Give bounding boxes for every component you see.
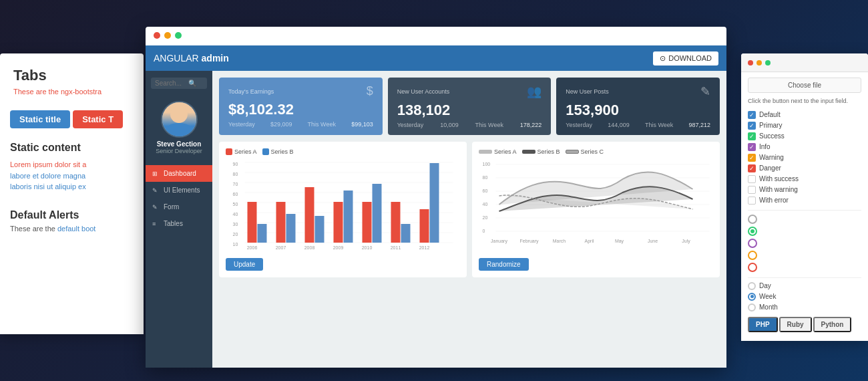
- stat-earnings-label: Today's Earnings: [228, 88, 274, 95]
- line-chart-svg: 100 80 60 40 20 0: [479, 159, 713, 253]
- static-title-tab[interactable]: Static title: [10, 110, 70, 128]
- legend-line-label-a: Series A: [494, 148, 517, 155]
- svg-text:40: 40: [483, 202, 488, 207]
- svg-text:2010: 2010: [362, 245, 373, 250]
- search-input[interactable]: [155, 80, 188, 87]
- stat-accounts-label: New User Accounts: [397, 88, 450, 95]
- checkbox-info[interactable]: ✓ Info: [748, 143, 861, 151]
- checkbox-label-with-error: With error: [759, 197, 789, 204]
- svg-rect-21: [276, 202, 286, 243]
- legend-dot-b: [262, 148, 269, 155]
- svg-text:90: 90: [233, 162, 238, 166]
- sidebar-item-label: UI Elements: [164, 186, 200, 194]
- content-area: Today's Earnings $ $8,102.32 Yesterday $…: [212, 71, 726, 368]
- svg-rect-27: [334, 202, 343, 243]
- download-button[interactable]: ⊙ DOWNLOAD: [653, 51, 718, 66]
- legend-series-a: Series A: [226, 148, 257, 155]
- stat-accounts-value: 138,102: [397, 102, 542, 119]
- sidebar-item-tables[interactable]: ≡ Tables: [146, 215, 212, 232]
- svg-rect-25: [315, 216, 324, 243]
- legend-line-dot-c: [566, 150, 579, 154]
- sidebar-item-dashboard[interactable]: ⊞ Dashboard: [146, 165, 212, 182]
- checkbox-danger[interactable]: ✓ Danger: [748, 164, 861, 172]
- radio-day[interactable]: Day: [748, 282, 861, 290]
- svg-rect-18: [248, 202, 257, 243]
- ui-icon: ✎: [152, 187, 160, 194]
- svg-text:20: 20: [483, 215, 488, 220]
- tabs-row: Static title Static T: [0, 104, 144, 135]
- radio-btn-month: [748, 303, 756, 311]
- checkbox-primary[interactable]: ✓ Primary: [748, 122, 861, 130]
- divider2: [748, 277, 861, 278]
- svg-text:May: May: [615, 239, 624, 244]
- stat-card-earnings: Today's Earnings $ $8,102.32 Yesterday $…: [219, 78, 383, 135]
- svg-text:2006: 2006: [247, 245, 258, 250]
- circle-purple: [748, 239, 757, 248]
- default-alerts-title: Default Alerts: [10, 209, 134, 221]
- svg-rect-37: [430, 163, 439, 243]
- circle-group: [748, 215, 861, 272]
- left-panel: Tabs These are the ngx-bootstra Static t…: [0, 53, 144, 334]
- stat-earnings-value: $8,102.32: [228, 101, 373, 118]
- dashboard-body: 🔍 Steve Gection Senior Developer ⊞ Dashb…: [146, 71, 726, 368]
- stat-card-posts: New User Posts ✎ 153,900 Yesterday 144,0…: [556, 78, 720, 135]
- checkbox-label-warning: Warning: [759, 154, 784, 161]
- maximize-dot: [175, 32, 182, 39]
- svg-rect-34: [401, 224, 411, 243]
- static-content-text: Lorem ipsum dolor sit a labore et dolore…: [10, 159, 134, 193]
- stat-week-label: This Week: [645, 122, 673, 128]
- checkbox-with-warning[interactable]: With warning: [748, 186, 861, 194]
- checkbox-with-success[interactable]: With success: [748, 175, 861, 183]
- close-dot: [154, 32, 160, 39]
- checkbox-warning[interactable]: ✓ Warning: [748, 154, 861, 162]
- choose-file-button[interactable]: Choose file: [748, 78, 861, 93]
- checkbox-icon-with-error: [748, 197, 756, 205]
- user-role: Senior Developer: [146, 148, 212, 154]
- svg-text:10: 10: [233, 242, 238, 247]
- svg-text:2009: 2009: [333, 245, 344, 250]
- radio-month[interactable]: Month: [748, 303, 861, 311]
- right-close-dot: [748, 60, 753, 66]
- search-icon: 🔍: [188, 80, 196, 87]
- svg-rect-33: [391, 202, 401, 243]
- sidebar-nav: ⊞ Dashboard ✎ UI Elements ✎ Form ≡ Table…: [146, 165, 212, 232]
- sidebar-item-ui-elements[interactable]: ✎ UI Elements: [146, 182, 212, 199]
- static-t-tab[interactable]: Static T: [73, 110, 123, 128]
- checkbox-icon-primary: ✓: [748, 122, 756, 130]
- legend-label-a: Series A: [234, 148, 257, 155]
- update-button[interactable]: Update: [226, 258, 263, 271]
- checkbox-default[interactable]: ✓ Default: [748, 111, 861, 119]
- tabs-title: Tabs: [13, 67, 130, 84]
- line-chart-card: Series A Series B Series C: [472, 142, 720, 277]
- tab-ruby[interactable]: Ruby: [779, 317, 812, 332]
- checkbox-icon-warning: ✓: [748, 154, 756, 162]
- users-icon: 👥: [527, 84, 541, 99]
- tab-python[interactable]: Python: [813, 317, 852, 332]
- svg-text:March: March: [553, 239, 566, 243]
- circle-row-purple: [748, 239, 861, 248]
- circle-green: [748, 227, 757, 236]
- sidebar-item-form[interactable]: ✎ Form: [146, 199, 212, 215]
- randomize-button[interactable]: Randomize: [479, 258, 529, 271]
- radio-week[interactable]: Week: [748, 293, 861, 301]
- legend-line-dot-b: [522, 150, 535, 154]
- checkbox-label-with-success: With success: [759, 175, 799, 182]
- legend-line-b: Series B: [522, 148, 560, 155]
- checkbox-with-error[interactable]: With error: [748, 197, 861, 205]
- tab-php[interactable]: PHP: [748, 317, 778, 332]
- line-chart: 100 80 60 40 20 0: [479, 159, 713, 253]
- browser-chrome: [154, 32, 182, 39]
- checkbox-icon-default: ✓: [748, 111, 756, 119]
- search-box[interactable]: 🔍: [151, 78, 207, 89]
- sidebar-item-label: Form: [164, 203, 179, 211]
- right-panel-chrome: [741, 53, 868, 72]
- navbar-brand: ANGULAR admin: [154, 53, 229, 64]
- avatar-image: [162, 102, 196, 136]
- stat-card-accounts: New User Accounts 👥 138,102 Yesterday 10…: [388, 78, 552, 135]
- default-alerts-text: These are the default boot: [10, 224, 134, 234]
- svg-rect-30: [363, 202, 372, 243]
- svg-text:February: February: [519, 239, 539, 244]
- checkbox-icon-with-success: [748, 175, 756, 183]
- checkbox-success[interactable]: ✓ Success: [748, 132, 861, 140]
- stat-yesterday-value: 144,009: [608, 122, 630, 128]
